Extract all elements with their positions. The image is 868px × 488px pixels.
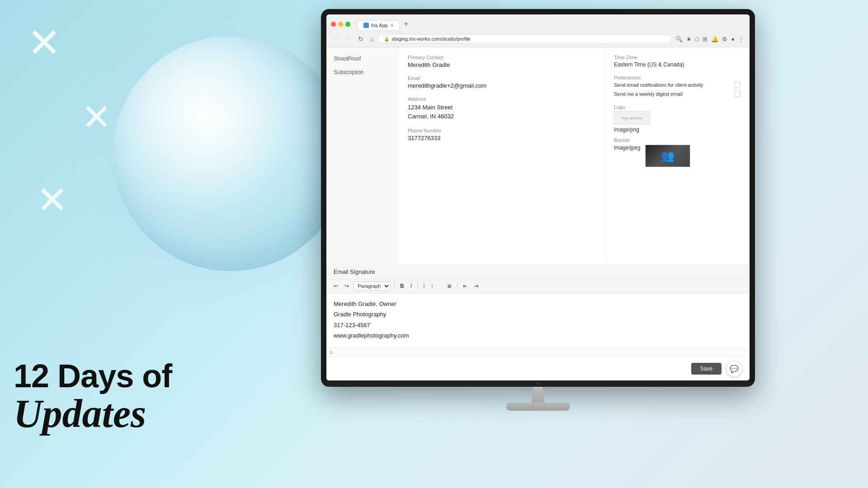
monitor-wrapper: Iris App ✕ + ← → ↻ ⌂ 🔒 staging.iris-work…: [208, 9, 868, 488]
sidebar-item-shootproof[interactable]: ShootProof: [326, 52, 398, 66]
sig-line1: Meredith Gradle, Owner: [334, 299, 742, 309]
search-browser-button[interactable]: 🔍: [675, 35, 684, 43]
banner-preview: 👥: [645, 145, 690, 167]
footer-bar: Save 💬: [326, 357, 750, 380]
email-signature-section: Email Signature ↩ ↪ Paragraph B I ⁞ ⁝ ≣: [326, 264, 750, 357]
signature-title: Email Signature: [334, 268, 375, 275]
profile-left: Primary Contact Meredith Gradle Email me…: [399, 47, 605, 264]
deco-x-2: [81, 99, 112, 136]
profile-right: Time Zone Eastern Time (US & Canada) Pre…: [605, 47, 750, 264]
logo-preview: logo preview: [614, 111, 650, 125]
sig-line2: Gradle Photography: [334, 309, 742, 319]
tab-favicon: [363, 23, 369, 28]
refresh-button[interactable]: ↻: [356, 34, 365, 43]
address-line1: 1234 Main Street: [408, 103, 595, 112]
toolbar-separator-2: [417, 282, 418, 290]
banner-format: image/jpeg: [614, 145, 641, 151]
tab-close-button[interactable]: ✕: [390, 23, 394, 28]
forward-button[interactable]: →: [344, 34, 354, 43]
toolbar-separator-1: [394, 282, 395, 290]
address-line2: Carmel, IN 46032: [408, 112, 595, 121]
browser-actions: 🔍 ★ □ ⊞ 🔔 ⚙ ● ⋮: [675, 35, 745, 43]
weekly-digest-checkbox[interactable]: [734, 91, 741, 97]
banner-section: Banner image/jpeg 👥: [614, 137, 741, 167]
preferences-section: Preferences Send email notifications for…: [614, 75, 741, 97]
browser-top-bar: Iris App ✕ +: [331, 18, 745, 30]
tab-bar: Iris App ✕ +: [358, 18, 412, 30]
primary-contact-value: Meredith Gradle: [408, 61, 595, 68]
logo-section: Logo logo preview image/png: [614, 104, 741, 133]
monitor-screen: Iris App ✕ + ← → ↻ ⌂ 🔒 staging.iris-work…: [326, 14, 750, 380]
notifications-button[interactable]: 🔔: [710, 35, 719, 43]
promo-line1: 12 Days of: [14, 358, 172, 394]
primary-contact-label: Primary Contact: [408, 55, 595, 60]
profile-main: Primary Contact Meredith Gradle Email me…: [399, 47, 750, 264]
new-tab-button[interactable]: +: [401, 18, 412, 30]
toolbar-separator-3: [457, 282, 458, 290]
grid-button[interactable]: ⊞: [702, 35, 708, 43]
address-field: Address 1234 Main Street Carmel, IN 4603…: [408, 96, 595, 121]
banner-image: 👥: [646, 145, 690, 167]
monitor: Iris App ✕ + ← → ↻ ⌂ 🔒 staging.iris-work…: [321, 9, 755, 387]
monitor-bottom: [326, 380, 750, 387]
extensions-button[interactable]: ⚙: [721, 35, 728, 43]
preferences-label: Preferences: [614, 75, 741, 80]
paragraph-select[interactable]: Paragraph: [354, 282, 391, 291]
close-window-button[interactable]: [331, 22, 336, 27]
deco-x-1: [27, 23, 61, 63]
home-button[interactable]: ⌂: [368, 34, 375, 43]
timezone-value: Eastern Time (US & Canada): [614, 61, 741, 68]
tab-title: Iris App: [371, 23, 388, 28]
bold-button[interactable]: B: [398, 282, 406, 290]
deco-x-3: [36, 181, 68, 219]
align-left-button[interactable]: ⁞: [421, 282, 427, 290]
justify-button[interactable]: ≣: [445, 282, 453, 290]
sig-footer-text: p: [330, 350, 333, 355]
save-button[interactable]: Save: [691, 363, 722, 375]
redo-button[interactable]: ↪: [343, 282, 351, 290]
page-content: ShootProof Subscription Primary Contact …: [326, 47, 750, 264]
screenshot-button[interactable]: □: [694, 35, 700, 43]
chat-button[interactable]: 💬: [726, 361, 742, 377]
monitor-dot: [536, 382, 540, 385]
email-notifications-checkbox[interactable]: [734, 82, 741, 88]
back-button[interactable]: ←: [331, 34, 341, 43]
address-text: staging.iris-works.com/studio/profile: [392, 36, 470, 42]
browser-chrome: Iris App ✕ + ← → ↻ ⌂ 🔒 staging.iris-work…: [326, 14, 750, 47]
address-bar-row: ← → ↻ ⌂ 🔒 staging.iris-works.com/studio/…: [331, 33, 745, 47]
signature-footer: p: [326, 347, 750, 357]
signature-body[interactable]: Meredith Gradle, Owner Gradle Photograph…: [326, 293, 750, 347]
stand-neck: [527, 387, 549, 403]
outdent-button[interactable]: ⇤: [461, 282, 469, 290]
signature-header: Email Signature: [326, 265, 750, 279]
phone-field: Phone Number 3177276333: [408, 128, 595, 141]
logo-label: Logo: [614, 104, 741, 110]
banner-label: Banner: [614, 137, 741, 143]
monitor-stand: [506, 387, 570, 411]
menu-button[interactable]: ⋮: [737, 35, 745, 43]
sidebar-item-subscription[interactable]: Subscription: [326, 66, 398, 79]
maximize-window-button[interactable]: [345, 22, 350, 27]
logo-format: image/png: [614, 127, 741, 133]
sig-line3: 317-123-4567: [334, 320, 742, 330]
align-right-button[interactable]: [438, 282, 443, 290]
email-notifications-pref: Send email notifications for client acti…: [614, 82, 741, 88]
align-center-button[interactable]: ⁝: [429, 282, 435, 290]
profile-button[interactable]: ●: [730, 35, 736, 43]
minimize-window-button[interactable]: [338, 22, 343, 27]
address-bar[interactable]: 🔒 staging.iris-works.com/studio/profile: [378, 34, 672, 43]
promo-text-block: 12 Days of Updates: [14, 358, 172, 434]
email-notifications-label: Send email notifications for client acti…: [614, 82, 734, 88]
weekly-digest-label: Send me a weekly digest email: [614, 91, 734, 97]
phone-label: Phone Number: [408, 128, 595, 133]
phone-value: 3177276333: [408, 135, 595, 141]
active-tab[interactable]: Iris App ✕: [358, 20, 400, 30]
indent-button[interactable]: ⇥: [472, 282, 480, 290]
sig-line4: www.gradlephotography.com: [334, 330, 742, 341]
email-field: Email meredithgradle+2@gmail.com: [408, 75, 595, 89]
undo-button[interactable]: ↩: [332, 282, 340, 290]
italic-button[interactable]: I: [409, 282, 414, 290]
lock-icon: 🔒: [384, 37, 389, 42]
bookmark-button[interactable]: ★: [685, 35, 693, 43]
address-label: Address: [408, 96, 595, 102]
